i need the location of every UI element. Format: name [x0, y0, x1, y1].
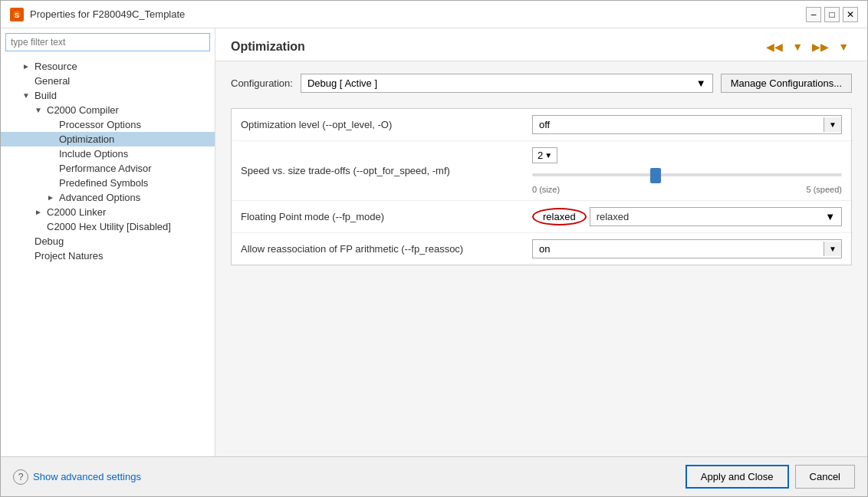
help-icon[interactable]: ? — [13, 469, 28, 485]
sidebar-item-label: C2000 Compiler — [47, 104, 119, 116]
title-bar: S Properties for F280049C_Template – □ ✕ — [1, 1, 867, 28]
sidebar-item-debug[interactable]: Debug — [1, 234, 215, 248]
option-control-speed-size: 2 ▼ 0 (size) 5 (spe — [532, 147, 842, 194]
sidebar: ► Resource General ▼ Build ▼ C2000 Compi… — [1, 28, 215, 456]
config-dropdown-arrow: ▼ — [696, 77, 706, 89]
close-button[interactable]: ✕ — [843, 7, 858, 22]
footer: ? Show advanced settings Apply and Close… — [1, 456, 867, 496]
sidebar-item-c2000-compiler[interactable]: ▼ C2000 Compiler — [1, 103, 215, 117]
sidebar-item-label: Performance Advisor — [59, 163, 152, 174]
sidebar-item-label: Include Options — [59, 148, 128, 160]
fp-reassoc-arrow: ▼ — [824, 242, 841, 256]
spacer — [22, 252, 31, 260]
sidebar-item-resource[interactable]: ► Resource — [1, 59, 215, 74]
options-table: Optimization level (--opt_level, -O) off… — [231, 108, 852, 265]
sidebar-item-label: Predefined Symbols — [59, 177, 148, 189]
sidebar-item-c2000-hex-utility[interactable]: C2000 Hex Utility [Disabled] — [1, 219, 215, 234]
fp-reassoc-dropdown[interactable]: on ▼ — [532, 239, 842, 258]
option-control-fp-reassoc: on ▼ — [532, 239, 842, 258]
sidebar-item-label: C2000 Linker — [47, 206, 106, 218]
sidebar-item-include-options[interactable]: Include Options — [1, 146, 215, 161]
main-content: ► Resource General ▼ Build ▼ C2000 Compi… — [1, 28, 867, 456]
sidebar-item-project-natures[interactable]: Project Natures — [1, 248, 215, 263]
expand-arrow: ► — [22, 62, 31, 71]
footer-left: ? Show advanced settings — [13, 469, 141, 485]
tree: ► Resource General ▼ Build ▼ C2000 Compi… — [1, 56, 215, 456]
config-label: Configuration: — [231, 77, 293, 89]
option-row-fp-reassoc: Allow reassociation of FP arithmetic (--… — [232, 233, 851, 265]
sidebar-item-performance-advisor[interactable]: Performance Advisor — [1, 161, 215, 176]
speed-mini-dropdown[interactable]: 2 ▼ — [532, 147, 557, 163]
config-value: Debug [ Active ] — [307, 77, 377, 89]
sidebar-item-advanced-options[interactable]: ► Advanced Options — [1, 190, 215, 205]
apply-close-button[interactable]: Apply and Close — [686, 465, 789, 489]
manage-configurations-button[interactable]: Manage Configurations... — [721, 74, 852, 93]
sidebar-item-c2000-linker[interactable]: ► C2000 Linker — [1, 205, 215, 219]
panel-body: Configuration: Debug [ Active ] ▼ Manage… — [215, 61, 867, 456]
option-control-fp-mode: relaxed relaxed ▼ — [532, 207, 842, 226]
opt-level-dropdown[interactable]: off ▼ — [532, 115, 842, 134]
expand-arrow: ► — [47, 193, 56, 202]
fp-mode-dropdown[interactable]: relaxed relaxed ▼ — [532, 207, 842, 226]
spacer — [47, 179, 56, 187]
app-icon: S — [10, 8, 24, 21]
sidebar-item-processor-options[interactable]: Processor Options — [1, 117, 215, 132]
maximize-button[interactable]: □ — [824, 7, 840, 22]
sidebar-item-label: Processor Options — [59, 119, 141, 130]
slider-container — [532, 168, 842, 183]
main-window: S Properties for F280049C_Template – □ ✕… — [0, 0, 868, 497]
filter-input[interactable] — [5, 33, 210, 51]
show-advanced-link[interactable]: Show advanced settings — [33, 471, 141, 482]
right-panel: Optimization ◀◀ ▼ ▶▶ ▼ Configuration: De… — [215, 28, 867, 456]
fp-mode-dropdown-inner: relaxed ▼ — [590, 207, 842, 226]
spacer — [47, 164, 56, 173]
sidebar-item-optimization[interactable]: Optimization — [1, 132, 215, 146]
spacer — [22, 237, 31, 245]
option-row-opt-level: Optimization level (--opt_level, -O) off… — [232, 109, 851, 141]
config-dropdown[interactable]: Debug [ Active ] ▼ — [301, 74, 713, 93]
nav-forward-button[interactable]: ▶▶ — [809, 39, 832, 54]
slider-thumb[interactable] — [650, 168, 661, 183]
fp-mode-full-value: relaxed — [597, 211, 630, 222]
expand-arrow: ▼ — [35, 106, 44, 114]
nav-back-button[interactable]: ◀◀ — [763, 39, 786, 54]
cancel-button[interactable]: Cancel — [795, 465, 855, 489]
expand-arrow: ▼ — [22, 91, 31, 100]
sidebar-item-label: C2000 Hex Utility [Disabled] — [47, 221, 171, 232]
fp-reassoc-value: on — [533, 240, 824, 258]
fp-mode-value: relaxed — [543, 211, 576, 222]
svg-text:S: S — [15, 12, 19, 19]
sidebar-item-general[interactable]: General — [1, 74, 215, 88]
opt-level-arrow: ▼ — [824, 117, 841, 132]
slider-track — [532, 173, 842, 176]
opt-level-value: off — [533, 116, 824, 133]
slider-labels: 0 (size) 5 (speed) — [532, 185, 842, 194]
option-label-fp-mode: Floating Point mode (--fp_mode) — [241, 211, 532, 222]
footer-buttons: Apply and Close Cancel — [686, 465, 855, 489]
config-row: Configuration: Debug [ Active ] ▼ Manage… — [231, 74, 852, 93]
sidebar-item-label: Resource — [35, 61, 77, 72]
sidebar-item-label: Advanced Options — [59, 192, 140, 203]
spacer — [22, 77, 31, 85]
nav-back-dropdown[interactable]: ▼ — [789, 39, 806, 54]
sidebar-item-label: Optimization — [59, 133, 114, 145]
spacer — [47, 120, 56, 129]
window-controls: – □ ✕ — [806, 7, 858, 22]
fp-mode-circled-value: relaxed — [532, 208, 587, 225]
option-label-opt-level: Optimization level (--opt_level, -O) — [241, 119, 532, 130]
option-label-speed-size: Speed vs. size trade-offs (--opt_for_spe… — [241, 165, 532, 176]
speed-size-container: 2 ▼ 0 (size) 5 (spe — [532, 147, 842, 194]
panel-title: Optimization — [231, 40, 305, 54]
fp-mode-arrow: ▼ — [825, 211, 835, 222]
nav-forward-dropdown[interactable]: ▼ — [835, 39, 852, 54]
window-title: Properties for F280049C_Template — [30, 8, 185, 20]
minimize-button[interactable]: – — [806, 7, 821, 22]
slider-max-label: 5 (speed) — [807, 185, 842, 194]
option-control-opt-level: off ▼ — [532, 115, 842, 134]
sidebar-item-build[interactable]: ▼ Build — [1, 88, 215, 103]
option-label-fp-reassoc: Allow reassociation of FP arithmetic (--… — [241, 243, 532, 255]
expand-arrow: ► — [35, 208, 44, 216]
sidebar-item-predefined-symbols[interactable]: Predefined Symbols — [1, 176, 215, 190]
sidebar-item-label: General — [35, 75, 70, 87]
panel-header: Optimization ◀◀ ▼ ▶▶ ▼ — [215, 28, 867, 61]
